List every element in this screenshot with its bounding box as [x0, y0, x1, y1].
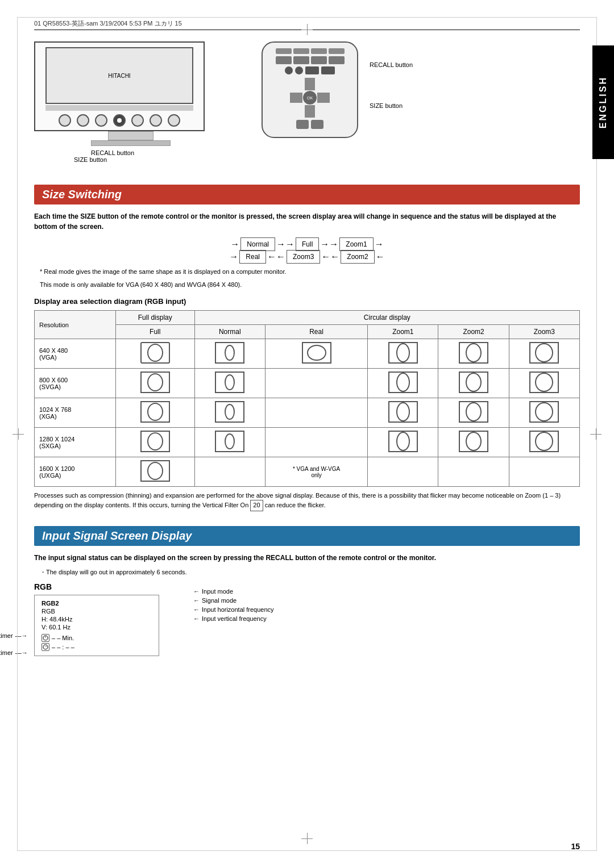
table-subheader-full: Full [115, 325, 194, 339]
english-sidebar: ENGLISH [592, 45, 614, 159]
cell-uxga-zoom2 [438, 457, 509, 487]
cell-svga-zoom1 [368, 369, 438, 398]
remote-btn-menu[interactable] [285, 66, 293, 74]
display-area-table: Resolution Full display Circular display… [34, 310, 580, 487]
table-row: 1280 X 1024(SXGA) [35, 428, 580, 457]
cell-sxga-zoom1 [368, 428, 438, 457]
cell-xga-real [265, 398, 367, 428]
legend-input-mode: ← Input mode [193, 588, 580, 595]
cell-uxga-zoom1 [368, 457, 438, 487]
legend-signal-mode: ← Signal mode [193, 597, 580, 604]
cell-xga-zoom1 [368, 398, 438, 428]
monitor-recall-label: RECALL button SIZE button [34, 149, 227, 163]
page-number: 15 [571, 842, 580, 851]
remote-btn-pip[interactable] [295, 66, 303, 74]
table-subheader-real: Real [265, 325, 367, 339]
remote-btn-size[interactable] [305, 66, 319, 74]
rgb-label: RGB [34, 582, 182, 591]
monitor-btn-2[interactable] [77, 114, 89, 127]
osd-signal-mode: RGB [42, 608, 55, 615]
cell-sxga-normal [194, 428, 265, 457]
remote-size-label: SIZE button [370, 102, 413, 109]
cell-xga-normal [194, 398, 265, 428]
table-row: 1024 X 768(XGA) [35, 398, 580, 428]
cell-vga-zoom1 [368, 339, 438, 369]
cell-vga-real [265, 339, 367, 369]
input-signal-note: ・The display will go out in approximatel… [34, 567, 580, 577]
flow-zoom2: Zoom2 [341, 250, 374, 264]
zoom-flow-diagram: → Normal →→ Full →→ Zoom1 → → Real ←← Zo… [34, 237, 580, 264]
table-subheader-zoom2: Zoom2 [438, 325, 509, 339]
remote-btn-r7[interactable] [311, 56, 327, 64]
diagrams-row: HITACHI [34, 41, 580, 163]
cell-svga-normal [194, 369, 265, 398]
table-subheader-zoom1: Zoom1 [368, 325, 438, 339]
cell-xga-zoom3 [509, 398, 579, 428]
cell-sxga-full [115, 428, 194, 457]
display-area-section: Display area selection diagram (RGB inpu… [34, 297, 580, 511]
remote-diagram: OK RECALL button [262, 41, 580, 138]
remote-nav-ok[interactable]: OK [303, 91, 317, 105]
remote-btn-r5[interactable] [276, 56, 292, 64]
remote-btn-r1[interactable] [276, 48, 292, 54]
size-switching-note2: This mode is only available for VGA (640… [34, 280, 580, 290]
osd-off-timer: – – Min. [52, 635, 74, 641]
cell-xga-full [115, 398, 194, 428]
cell-uxga-zoom3 [509, 457, 579, 487]
monitor-btn-1[interactable] [59, 114, 71, 127]
cell-vga-zoom2 [438, 339, 509, 369]
remote-btn-r2[interactable] [293, 48, 309, 54]
monitor-btn-6[interactable] [150, 114, 162, 127]
remote-nav-left[interactable] [290, 93, 302, 103]
cell-sxga-real [265, 428, 367, 457]
remote-nav-right[interactable] [317, 93, 330, 103]
filter-box: 20 [250, 500, 263, 511]
remote-nav-up[interactable] [305, 78, 315, 90]
remote-btn-r8[interactable] [329, 56, 345, 64]
remote-btn-id-set[interactable] [311, 120, 323, 129]
cell-svga-real [265, 369, 367, 398]
table-header-circular-display: Circular display [194, 311, 579, 325]
size-switching-body: Each time the SIZE button of the remote … [34, 211, 580, 232]
hitachi-label: HITACHI [108, 73, 130, 79]
cell-uxga-full [115, 457, 194, 487]
table-subheader-normal: Normal [194, 325, 265, 339]
size-switching-section: Size Switching Each time the SIZE button… [34, 174, 580, 289]
cell-xga-zoom2 [438, 398, 509, 428]
size-switching-note1: * Real mode gives the image of the same … [34, 267, 580, 277]
cell-uxga-normal [194, 457, 265, 487]
display-area-subtitle: Display area selection diagram (RGB inpu… [34, 297, 580, 306]
remote-btn-r3[interactable] [311, 48, 327, 54]
flow-zoom1: Zoom1 [339, 237, 373, 251]
monitor-btn-7[interactable] [168, 114, 180, 127]
table-header-full-display: Full display [115, 311, 194, 325]
off-timer-icon [42, 634, 49, 642]
table-header-resolution: Resolution [35, 311, 116, 339]
monitor-btn-5[interactable] [131, 114, 144, 127]
cell-svga-zoom2 [438, 369, 509, 398]
cell-vga-normal [194, 339, 265, 369]
remote-btn-r6[interactable] [293, 56, 309, 64]
flow-full: Full [296, 237, 319, 251]
monitor-btn-3[interactable] [95, 114, 107, 127]
flow-normal: Normal [240, 237, 275, 251]
remote-btn-r4[interactable] [329, 48, 345, 54]
remote-btn-bl[interactable] [296, 120, 309, 129]
res-xga: 1024 X 768(XGA) [35, 398, 116, 428]
input-signal-body: The input signal status can be displayed… [34, 553, 580, 563]
on-timer-icon [42, 643, 49, 651]
remote-recall-label: RECALL button [370, 61, 413, 68]
osd-v-freq: V: 60.1 Hz [42, 624, 70, 631]
table-row: 640 X 480(VGA) [35, 339, 580, 369]
display-area-note: Processes such as compression (thinning)… [34, 491, 580, 511]
input-signal-header: Input Signal Screen Display [34, 526, 580, 546]
input-signal-diagram: RGB RGB2 RGB H: 48.4kHz V: 60.1 Hz [34, 582, 580, 656]
monitor-btn-4-selected[interactable] [113, 114, 126, 127]
remote-nav-down[interactable] [305, 105, 315, 118]
osd-h-freq: H: 48.4kHz [42, 616, 72, 623]
osd-on-timer: – – : – – [52, 644, 74, 650]
cell-vga-zoom3 [509, 339, 579, 369]
remote-btn-recall[interactable] [321, 66, 335, 74]
svg-line-3 [45, 646, 47, 647]
table-row: 800 X 600(SVGA) [35, 369, 580, 398]
